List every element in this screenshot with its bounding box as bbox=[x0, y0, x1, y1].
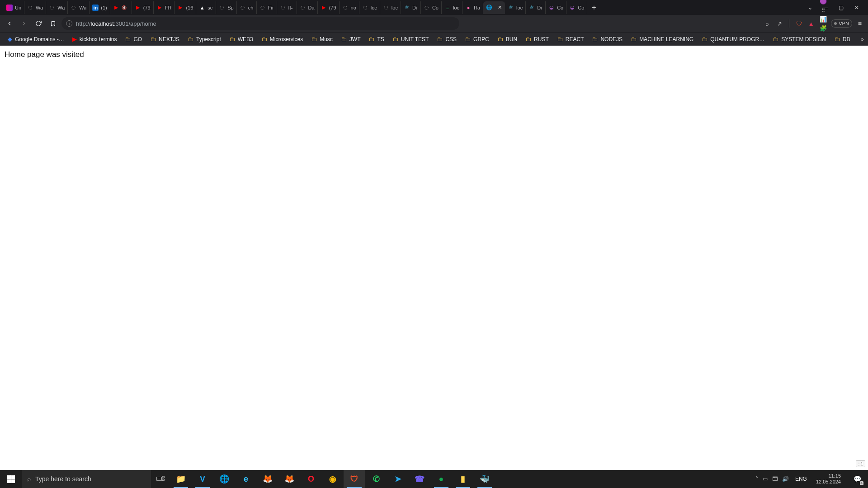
vpn-button[interactable]: VPN bbox=[831, 19, 852, 28]
folder-icon: 🗀 bbox=[392, 36, 398, 42]
taskbar-app-brave-beta[interactable]: 🌐 bbox=[213, 470, 235, 488]
bookmark-overflow-button[interactable]: » bbox=[857, 36, 868, 42]
taskbar-app-vscode[interactable]: V bbox=[192, 470, 213, 488]
browser-tab[interactable]: ◌Wa bbox=[68, 1, 90, 14]
taskbar-app-whatsapp[interactable]: ✆ bbox=[365, 470, 387, 488]
bookmark-item[interactable]: 🗀BUN bbox=[494, 34, 520, 45]
bookmark-label: Typescript bbox=[196, 36, 221, 42]
browser-tab[interactable]: ◌no bbox=[340, 1, 359, 14]
bookmark-item[interactable]: 🗀TS bbox=[365, 34, 387, 45]
bookmark-item[interactable]: 🗀Typescript bbox=[184, 34, 224, 45]
tray-notifications[interactable]: 💬 4 bbox=[848, 470, 866, 488]
back-button[interactable] bbox=[4, 18, 15, 29]
tray-chevron-icon[interactable]: ˄ bbox=[755, 476, 758, 482]
site-icon: ◆ bbox=[8, 36, 12, 42]
browser-tab[interactable]: ▶(79 bbox=[132, 1, 154, 14]
share-icon[interactable]: ↗ bbox=[775, 19, 784, 28]
bookmark-item[interactable]: 🗀NEXTJS bbox=[147, 34, 183, 45]
bookmark-button[interactable] bbox=[47, 18, 59, 29]
page-body-text: Home page was visited bbox=[5, 50, 84, 59]
taskbar-app-edge[interactable]: e bbox=[235, 470, 257, 488]
taskbar-app-docker[interactable]: 🐳 bbox=[474, 470, 495, 488]
taskbar-app-sticky[interactable]: ▮ bbox=[452, 470, 474, 488]
tray-language[interactable]: ENG bbox=[793, 476, 809, 482]
taskbar-app-brave[interactable]: 🛡 bbox=[344, 470, 365, 488]
zoom-icon[interactable]: ⌕ bbox=[763, 19, 772, 28]
folder-icon: 🗀 bbox=[437, 36, 443, 42]
tab-label: (79 bbox=[329, 5, 336, 10]
browser-tab[interactable]: ▶(16 bbox=[175, 1, 196, 14]
start-button[interactable] bbox=[0, 470, 22, 488]
bookmark-item[interactable]: 🗀QUANTUM PROGR… bbox=[698, 34, 768, 45]
bookmark-item[interactable]: 🗀GRPC bbox=[462, 34, 492, 45]
browser-menu-button[interactable]: ≡ bbox=[855, 20, 864, 27]
bookmark-item[interactable]: 🗀SYSTEM DESIGN bbox=[769, 34, 829, 45]
browser-tab[interactable]: ▶🔇 bbox=[110, 1, 132, 14]
extension-icon[interactable]: 🟣 bbox=[819, 0, 828, 5]
browser-tab[interactable]: ◒Co bbox=[546, 1, 566, 14]
browser-tab[interactable]: ◌loc bbox=[359, 1, 380, 14]
browser-tab[interactable]: ⚛Di bbox=[526, 1, 546, 14]
bookmark-item[interactable]: 🗀NODEJS bbox=[589, 34, 626, 45]
browser-tab[interactable]: ▶(79 bbox=[318, 1, 340, 14]
browser-tab[interactable]: ◌Fir bbox=[257, 1, 277, 14]
bookmark-item[interactable]: 🗀WEB3 bbox=[226, 34, 256, 45]
bookmark-item[interactable]: 🗀REACT bbox=[554, 34, 587, 45]
browser-tab[interactable]: ◌Wa bbox=[46, 1, 68, 14]
bookmark-item[interactable]: 🗀UNIT TEST bbox=[389, 34, 432, 45]
bookmark-item[interactable]: ◆Google Domains -… bbox=[5, 34, 67, 45]
reload-button[interactable] bbox=[33, 18, 44, 29]
browser-tab[interactable]: ◌ft- bbox=[277, 1, 297, 14]
browser-tab[interactable]: ◌Da bbox=[297, 1, 318, 14]
tab-label: FR bbox=[165, 5, 172, 10]
taskbar-app-file-explorer[interactable]: 📁 bbox=[170, 470, 192, 488]
bookmark-item[interactable]: 🗀Musc bbox=[308, 34, 336, 45]
new-tab-button[interactable]: + bbox=[587, 4, 600, 12]
browser-tab[interactable]: Un bbox=[4, 1, 24, 14]
taskbar-app-firefox[interactable]: 🦊 bbox=[278, 470, 300, 488]
tray-sound-icon[interactable]: 🔊 bbox=[782, 476, 789, 482]
taskbar-app-chrome[interactable]: ◉ bbox=[322, 470, 344, 488]
browser-tab[interactable]: ⚛loc bbox=[505, 1, 526, 14]
browser-tab[interactable]: ◌ch bbox=[237, 1, 257, 14]
brave-rewards-icon[interactable]: ▲ bbox=[807, 19, 816, 28]
bookmark-item[interactable]: ▶kickbox termins bbox=[69, 34, 120, 45]
browser-tab[interactable]: ◌Sp bbox=[216, 1, 236, 14]
forward-button[interactable] bbox=[18, 18, 30, 29]
browser-tab[interactable]: ◌Co bbox=[421, 1, 442, 14]
bookmark-item[interactable]: 🗀MACHINE LEARNING bbox=[627, 34, 697, 45]
browser-tab[interactable]: 🌐✕ bbox=[483, 1, 505, 14]
bookmark-item[interactable]: 🗀JWT bbox=[338, 34, 364, 45]
taskbar-search[interactable]: ⌕ Type here to search bbox=[22, 470, 151, 488]
bookmark-item[interactable]: 🗀CSS bbox=[434, 34, 460, 45]
address-bar[interactable]: i http://localhost:3001/app/home bbox=[61, 17, 459, 30]
brave-shield-icon[interactable]: 🛡 bbox=[794, 19, 803, 28]
browser-tab[interactable]: ≡loc bbox=[442, 1, 462, 14]
tray-battery-icon[interactable]: 🗔 bbox=[772, 476, 778, 482]
tray-display-icon[interactable]: ▭ bbox=[763, 476, 768, 482]
taskbar-app-viber[interactable]: ☎ bbox=[409, 470, 430, 488]
taskbar-app-mongo[interactable]: ● bbox=[430, 470, 452, 488]
browser-tab[interactable]: ◒Co bbox=[566, 1, 587, 14]
tab-close-icon[interactable]: ✕ bbox=[497, 5, 502, 10]
bookmark-item[interactable]: 🗀RUST bbox=[522, 34, 552, 45]
browser-tab[interactable]: ●Ha bbox=[462, 1, 483, 14]
browser-tab[interactable]: in(1) bbox=[90, 1, 110, 14]
extension-icon[interactable]: ⠿ bbox=[819, 5, 828, 14]
browser-tab[interactable]: ▶FR bbox=[154, 1, 175, 14]
bookmark-item[interactable]: 🗀GO bbox=[122, 34, 145, 45]
browser-tab[interactable]: ◌loc bbox=[380, 1, 401, 14]
tray-clock[interactable]: 11:15 12.05.2024 bbox=[813, 473, 844, 485]
taskbar-app-telegram[interactable]: ➤ bbox=[387, 470, 409, 488]
browser-tab[interactable]: ◌Wa bbox=[24, 1, 46, 14]
browser-tab[interactable]: ▲sc bbox=[196, 1, 216, 14]
site-info-icon[interactable]: i bbox=[66, 20, 72, 27]
task-view-button[interactable] bbox=[151, 476, 170, 482]
taskbar-app-firefox-dev[interactable]: 🦊 bbox=[257, 470, 278, 488]
bookmark-item[interactable]: 🗀Microservices bbox=[258, 34, 306, 45]
taskbar-app-opera[interactable]: O bbox=[300, 470, 322, 488]
bookmark-item[interactable]: 🗀DB bbox=[831, 34, 854, 45]
extension-icon[interactable]: 🧩 bbox=[819, 23, 828, 33]
browser-tab[interactable]: ⚛Di bbox=[401, 1, 421, 14]
extension-icon[interactable]: 📊 bbox=[819, 14, 828, 23]
